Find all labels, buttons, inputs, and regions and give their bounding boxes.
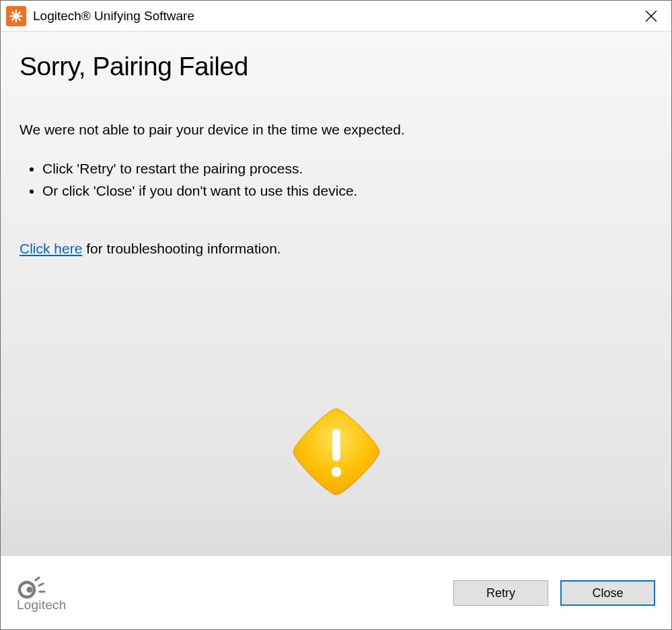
retry-button[interactable]: Retry [453, 580, 548, 606]
svg-point-7 [331, 467, 341, 477]
instruction-item: Click 'Retry' to restart the pairing pro… [42, 158, 658, 180]
troubleshoot-link[interactable]: Click here [20, 241, 82, 256]
troubleshoot-line: Click here for troubleshooting informati… [20, 241, 658, 257]
window-title: Logitech® Unifying Software [33, 9, 631, 24]
content-area: Sorry, Pairing Failed We were not able t… [1, 32, 671, 556]
close-button[interactable]: Close [560, 580, 655, 606]
unifying-asterisk-icon [6, 6, 26, 26]
svg-line-11 [39, 584, 43, 586]
error-message: We were not able to pair your device in … [20, 120, 658, 139]
titlebar: Logitech® Unifying Software [1, 1, 671, 32]
brand-text: Logitech [17, 598, 66, 613]
troubleshoot-text: for troubleshooting information. [82, 241, 281, 256]
footer: Logitech Retry Close [1, 556, 671, 629]
logitech-logo: Logitech [17, 574, 66, 613]
close-icon [645, 10, 657, 22]
instruction-list: Click 'Retry' to restart the pairing pro… [20, 158, 658, 202]
page-heading: Sorry, Pairing Failed [20, 52, 658, 81]
logitech-eye-icon [17, 574, 48, 599]
window-close-button[interactable] [631, 1, 671, 31]
svg-point-9 [27, 587, 33, 593]
warning-icon [289, 405, 383, 502]
instruction-item: Or click 'Close' if you don't want to us… [42, 180, 658, 202]
svg-rect-6 [332, 429, 340, 461]
svg-line-10 [36, 578, 39, 580]
app-window: Logitech® Unifying Software Sorry, Pairi… [0, 0, 672, 630]
